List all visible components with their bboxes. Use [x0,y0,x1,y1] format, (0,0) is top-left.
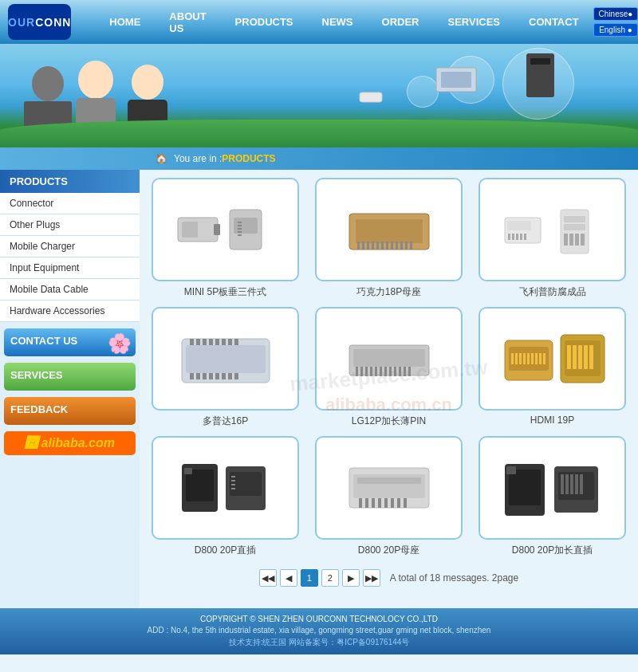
product-image-d800-20p-jiachang[interactable] [478,436,626,540]
product-label-hdmi19p: HDMI 19P [530,415,574,426]
pagination-last[interactable]: ▶▶ [363,569,380,587]
nav-bar: HOME ABOUT US PRODUCTS NEWS ORDER SERVIC… [95,10,593,34]
svg-rect-85 [511,353,514,364]
pagination-page-2[interactable]: 2 [321,569,339,587]
product-image-hdmi19p[interactable] [478,307,626,411]
sidebar-products-header: PRODUCTS [0,170,140,193]
svg-rect-59 [228,339,232,345]
svg-rect-80 [399,367,401,376]
svg-rect-39 [508,234,510,240]
svg-rect-65 [215,373,219,379]
svg-rect-107 [231,480,235,481]
product-image-philips[interactable] [478,178,626,281]
footer-copyright: COPYRIGHT © SHEN ZHEN OURCONN TECHNOLOCY… [8,615,630,623]
sidebar-item-connector[interactable]: Connector [0,193,140,214]
nav-news[interactable]: NEWS [308,16,368,28]
product-area: MINI 5P板垂三件式 [140,170,638,607]
sidebar-contact-us-box[interactable]: CONTACT US 🌸 [4,328,136,356]
svg-rect-82 [408,367,411,376]
svg-rect-117 [384,498,388,508]
logo[interactable]: OURCONN [8,4,71,40]
footer-icp: 技术支持:统王国 网站备案号：粤ICP备09176144号 [8,637,630,648]
product-image-choco18p[interactable] [315,178,463,281]
svg-rect-57 [215,339,219,345]
pagination-first[interactable]: ◀◀ [259,569,277,587]
svg-rect-74 [370,367,372,376]
product-image-d800-20p-zhi[interactable] [152,436,299,540]
svg-rect-48 [569,234,573,246]
svg-rect-93 [543,353,545,364]
svg-rect-50 [581,234,585,246]
product-image-lg12p[interactable] [315,307,463,411]
pagination-next[interactable]: ▶ [342,569,360,587]
svg-rect-71 [356,367,358,376]
chinese-lang-button[interactable]: Chinese● [593,7,638,21]
footer: COPYRIGHT © SHEN ZHEN OURCONN TECHNOLOCY… [0,608,638,654]
svg-rect-14 [182,222,198,238]
svg-rect-67 [228,373,232,379]
pagination-page-1[interactable]: 1 [301,569,318,587]
svg-rect-26 [362,242,364,250]
english-lang-button[interactable]: English ● [593,23,638,37]
svg-rect-30 [381,242,384,250]
svg-rect-24 [356,219,423,243]
sidebar-item-mobile-data-cable[interactable]: Mobile Data Cable [0,279,140,301]
svg-rect-99 [584,345,588,369]
product-image-d800-20p-mu[interactable] [315,436,463,540]
svg-rect-11 [530,58,550,65]
svg-rect-98 [578,345,582,369]
svg-point-4 [78,61,113,99]
sidebar-services-box[interactable]: SERVICES [4,363,136,391]
product-item: D800 20P直插 [148,436,303,557]
sidebar-item-mobile-charger[interactable]: Mobile Charger [0,236,140,257]
svg-rect-114 [365,498,368,508]
sidebar-item-input-equipment[interactable]: Input Equipment [0,257,140,279]
svg-rect-97 [573,345,577,369]
svg-rect-87 [519,353,522,364]
svg-rect-49 [575,234,579,246]
nav-products[interactable]: PRODUCTS [221,16,308,28]
svg-rect-45 [564,216,585,222]
svg-rect-109 [231,488,235,489]
product-label-d800-20p-zhi: D800 20P直插 [195,544,256,557]
nav-services[interactable]: SERVICES [433,16,514,28]
svg-rect-55 [203,339,207,345]
svg-rect-73 [365,367,368,376]
product-label-dopod16p: 多普达16P [203,415,248,428]
svg-rect-29 [376,242,379,250]
nav-contact[interactable]: CONTACT [514,16,593,28]
svg-rect-89 [527,353,530,364]
nav-home[interactable]: HOME [95,16,155,28]
nav-order[interactable]: ORDER [368,16,434,28]
svg-rect-56 [209,339,213,345]
svg-rect-75 [375,367,377,376]
product-label-mini5p: MINI 5P板垂三件式 [184,285,266,299]
nav-about[interactable]: ABOUT US [155,10,220,34]
svg-rect-18 [238,222,242,223]
svg-rect-88 [523,353,526,364]
product-item: 飞利普防腐成品 [475,178,630,299]
banner [0,44,638,147]
svg-rect-123 [506,466,516,474]
product-image-dopod16p[interactable] [152,307,299,411]
sidebar: PRODUCTS Connector Other Plugs Mobile Ch… [0,170,140,608]
svg-rect-118 [391,498,394,508]
pagination-prev[interactable]: ◀ [280,569,297,587]
sidebar-item-other-plugs[interactable]: Other Plugs [0,214,140,236]
product-image-mini5p[interactable] [152,178,299,281]
feedback-label: FEEDBACK [10,403,129,415]
alibaba-box[interactable]: 🅰 alibaba.com [4,431,136,455]
breadcrumb-prefix: You are in : [174,153,222,164]
svg-rect-100 [589,345,593,369]
sidebar-item-hardware-accessories[interactable]: Hardware Accessories [0,301,140,322]
svg-rect-58 [222,339,226,345]
svg-point-0 [32,66,64,101]
sidebar-feedback-box[interactable]: FEEDBACK [4,397,136,425]
header: OURCONN HOME ABOUT US PRODUCTS NEWS ORDE… [0,0,638,44]
svg-rect-92 [539,353,542,364]
product-grid: MINI 5P板垂三件式 [148,178,630,557]
svg-rect-62 [196,373,200,379]
product-label-choco18p: 巧克力18P母座 [356,285,421,299]
svg-rect-86 [515,353,518,364]
pagination: ◀◀ ◀ 1 2 ▶ ▶▶ A total of 18 messages. 2p… [148,557,630,599]
